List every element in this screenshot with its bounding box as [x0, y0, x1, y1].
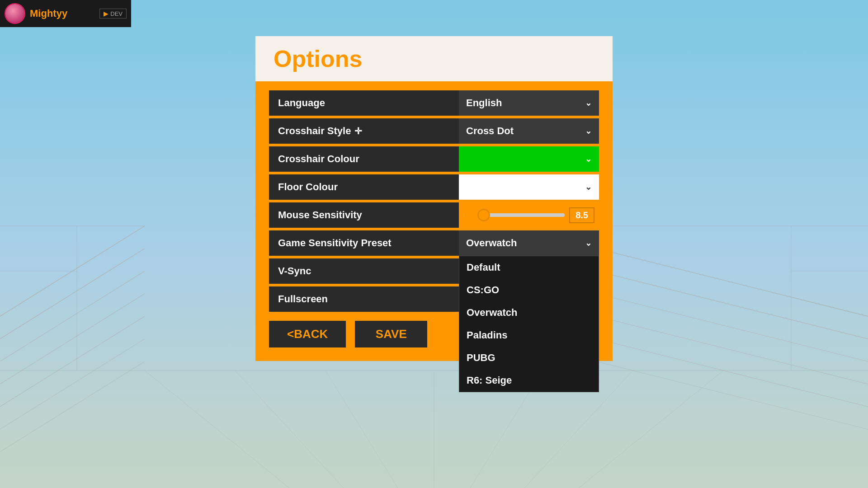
svg-line-3	[0, 271, 145, 361]
svg-line-6	[0, 339, 145, 429]
mouse-sensitivity-row: Mouse Sensitivity 8.5	[269, 202, 599, 228]
svg-line-27	[579, 371, 723, 488]
svg-line-7	[0, 361, 145, 452]
language-value: English	[466, 97, 502, 109]
svg-line-5	[0, 316, 145, 407]
fullscreen-label: Fullscreen	[269, 286, 459, 312]
back-button[interactable]: <BACK	[269, 321, 346, 347]
preset-option-paladins[interactable]: Paladins	[459, 324, 599, 347]
dev-label: DEV	[110, 10, 123, 17]
crosshair-style-arrow: ⌄	[585, 126, 592, 136]
crosshair-colour-label: Crosshair Colour	[269, 146, 459, 172]
dev-badge: ▶ DEV	[99, 9, 127, 19]
crosshair-style-label: Crosshair Style ✛	[269, 118, 459, 144]
user-bar: Mightyy ▶ DEV	[0, 0, 131, 27]
game-sensitivity-list: Default CS:GO Overwatch Paladins PUBG R6…	[459, 256, 599, 392]
vsync-label: V-Sync	[269, 258, 459, 284]
floor-colour-label: Floor Colour	[269, 174, 459, 200]
game-sensitivity-value: Overwatch	[466, 237, 517, 249]
floor-colour-row: Floor Colour ⌄	[269, 174, 599, 200]
crosshair-style-row: Crosshair Style ✛ Cross Dot ⌄	[269, 118, 599, 144]
mouse-sensitivity-control: 8.5	[459, 202, 599, 228]
crosshair-icon: ✛	[354, 126, 362, 136]
preset-option-csgo[interactable]: CS:GO	[459, 279, 599, 301]
dev-icon: ▶	[104, 10, 108, 17]
game-sensitivity-arrow: ⌄	[585, 238, 592, 248]
preset-option-overwatch[interactable]: Overwatch	[459, 301, 599, 324]
language-row: Language English ⌄	[269, 90, 599, 116]
svg-line-2	[0, 249, 145, 339]
options-panel: Options Language English ⌄ Crosshair Sty…	[255, 36, 613, 361]
options-header: Options	[255, 36, 613, 81]
svg-line-22	[235, 371, 344, 488]
preset-option-r6[interactable]: R6: Seige	[459, 369, 599, 392]
language-label: Language	[269, 90, 459, 116]
mouse-sensitivity-label: Mouse Sensitivity	[269, 202, 459, 228]
game-sensitivity-dropdown[interactable]: Overwatch ⌄	[459, 230, 599, 256]
preset-option-default[interactable]: Default	[459, 256, 599, 279]
svg-line-1	[0, 226, 145, 316]
language-arrow: ⌄	[585, 98, 592, 108]
game-sensitivity-row: Game Sensitivity Preset Overwatch ⌄ Defa…	[269, 230, 599, 256]
crosshair-colour-dropdown[interactable]: ⌄	[459, 146, 599, 172]
options-body: Language English ⌄ Crosshair Style ✛ Cro…	[255, 81, 613, 361]
svg-line-4	[0, 294, 145, 384]
floor-colour-dropdown[interactable]: ⌄	[459, 174, 599, 200]
avatar	[5, 3, 25, 24]
crosshair-colour-arrow: ⌄	[585, 154, 592, 164]
options-title: Options	[274, 45, 594, 72]
language-dropdown[interactable]: English ⌄	[459, 90, 599, 116]
svg-line-23	[326, 371, 398, 488]
crosshair-colour-row: Crosshair Colour ⌄	[269, 146, 599, 172]
username-label: Mightyy	[30, 8, 95, 19]
preset-option-pubg[interactable]: PUBG	[459, 347, 599, 369]
slider-value: 8.5	[569, 207, 594, 223]
floor-colour-arrow: ⌄	[585, 182, 592, 192]
slider-thumb[interactable]	[477, 209, 490, 221]
crosshair-style-control: Cross Dot ⌄	[459, 118, 599, 144]
save-button[interactable]: SAVE	[355, 321, 427, 347]
game-sensitivity-label: Game Sensitivity Preset	[269, 230, 459, 256]
crosshair-style-value: Cross Dot	[466, 125, 514, 137]
floor-colour-control: ⌄	[459, 174, 599, 200]
slider-track[interactable]	[463, 213, 565, 217]
crosshair-style-dropdown[interactable]: Cross Dot ⌄	[459, 118, 599, 144]
crosshair-colour-control: ⌄	[459, 146, 599, 172]
language-control: English ⌄	[459, 90, 599, 116]
game-sensitivity-control: Overwatch ⌄ Default CS:GO Overwatch Pala…	[459, 230, 599, 256]
svg-line-21	[145, 371, 289, 488]
